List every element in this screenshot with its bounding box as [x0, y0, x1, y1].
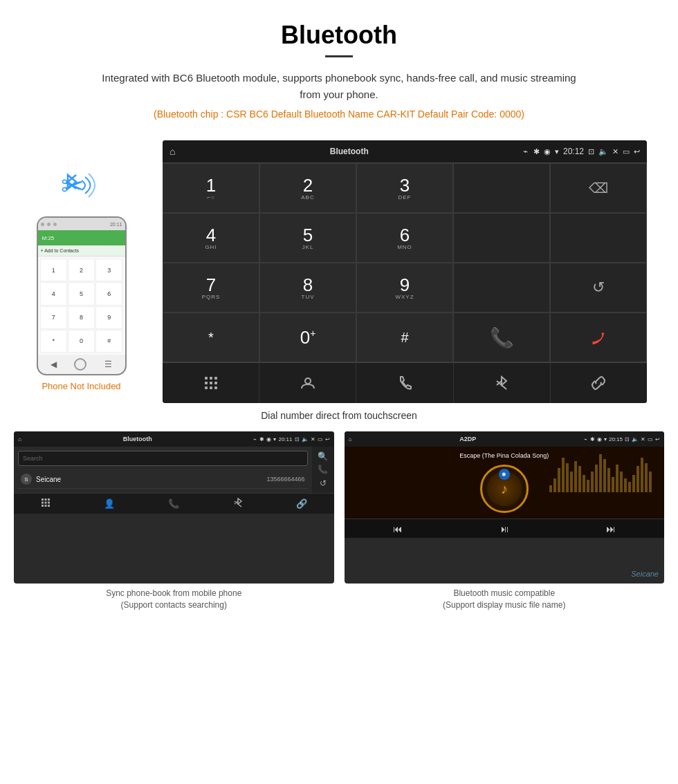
eq-bar — [599, 454, 602, 492]
phonebook-screen: ⌂ Bluetooth ⌁ ✱ ◉ ▾ 20:11 ⊡ 🔈 ✕ ▭ ↩ — [14, 431, 334, 584]
close-icon[interactable]: ✕ — [612, 147, 619, 156]
svg-rect-4 — [205, 382, 208, 384]
music-controls: ⏮ ⏯ ⏭ — [345, 519, 665, 538]
phone-key[interactable]: 9 — [95, 306, 122, 329]
music-location: ◉ — [597, 436, 602, 442]
mini-home-icon[interactable]: ⌂ — [18, 436, 21, 442]
toolbar-link[interactable] — [551, 363, 647, 403]
music-caption: Bluetooth music compatible (Support disp… — [345, 588, 665, 611]
phone-key[interactable]: 4 — [40, 282, 67, 305]
phonebook-caption-main: Sync phone-book from mobile phone — [106, 588, 241, 598]
music-camera[interactable]: ⊡ — [625, 436, 630, 442]
dial-key-9[interactable]: 9 WXYZ — [356, 263, 453, 312]
home-icon[interactable]: ⌂ — [170, 146, 175, 157]
phone-add-contact: + Add to Contacts — [38, 245, 125, 256]
dialpad-grid: 1 ⌐○ 2 ABC 3 DEF ⌫ 4 GHI — [163, 162, 647, 362]
eq-bar — [632, 475, 635, 492]
svg-rect-8 — [210, 386, 212, 389]
phone-key[interactable]: 1 — [40, 259, 67, 281]
screen-topbar: ⌂ Bluetooth ⌁ ✱ ◉ ▾ 20:12 ⊡ 🔈 ✕ ▭ ↩ — [163, 140, 647, 162]
mini-close[interactable]: ✕ — [311, 436, 315, 442]
dial-key-5[interactable]: 5 JKL — [259, 213, 356, 263]
volume-icon[interactable]: 🔈 — [598, 147, 608, 156]
dial-refresh[interactable]: ↺ — [550, 263, 647, 312]
search-side-icon[interactable]: 🔍 — [318, 451, 328, 461]
screen-title: Bluetooth — [181, 147, 517, 156]
contact-letter: S — [21, 474, 32, 485]
toolbar-bluetooth[interactable] — [454, 363, 551, 403]
title-divider — [325, 55, 353, 57]
eq-bar — [591, 472, 594, 492]
toolbar-dialpad[interactable] — [163, 363, 259, 403]
phone-green-bar: M:25 — [38, 230, 125, 245]
bt-wave-icon: ✂ — [54, 161, 109, 209]
prev-track-icon[interactable]: ⏮ — [393, 523, 403, 534]
phone-key[interactable]: 0 — [68, 330, 95, 353]
phone-key[interactable]: # — [95, 330, 122, 353]
mini-phone-icon[interactable]: 📞 — [168, 498, 179, 509]
eq-bar — [616, 465, 619, 492]
dial-key-3[interactable]: 3 DEF — [356, 163, 453, 213]
eq-bar — [641, 458, 643, 492]
search-box[interactable]: Search — [18, 451, 308, 466]
dial-key-1[interactable]: 1 ⌐○ — [163, 163, 259, 213]
dial-key-4[interactable]: 4 GHI — [163, 213, 259, 263]
mini-back[interactable]: ↩ — [325, 436, 330, 442]
window-icon[interactable]: ▭ — [623, 147, 630, 156]
phone-key[interactable]: 6 — [95, 282, 122, 305]
toolbar-phone[interactable] — [356, 363, 453, 403]
svg-rect-19 — [48, 505, 50, 507]
music-back[interactable]: ↩ — [655, 436, 660, 442]
contact-row[interactable]: S Seicane 13566664466 — [18, 470, 308, 489]
phone-carrier: 20:11 — [110, 222, 122, 227]
dial-key-0[interactable]: 0+ — [259, 312, 356, 362]
phone-screen: M:25 + Add to Contacts 1 2 3 4 5 6 7 8 9… — [38, 230, 125, 374]
phone-menu-icon[interactable]: ☰ — [104, 360, 112, 369]
contact-name: Seicane — [36, 476, 266, 483]
dial-hangup[interactable] — [550, 312, 647, 362]
refresh-side-icon[interactable]: ↺ — [320, 478, 327, 488]
mini-camera[interactable]: ⊡ — [295, 436, 300, 442]
dial-key-hash[interactable]: # — [356, 312, 453, 362]
dial-key-8[interactable]: 8 TUV — [259, 263, 356, 312]
mini-screen-title: Bluetooth — [24, 436, 251, 442]
screen-toolbar — [163, 362, 647, 403]
mini-person-icon[interactable]: 👤 — [104, 498, 115, 509]
toolbar-contacts[interactable] — [259, 363, 356, 403]
phone-key[interactable]: 5 — [68, 282, 95, 305]
mini-link-icon[interactable]: 🔗 — [296, 498, 307, 509]
phone-key[interactable]: 8 — [68, 306, 95, 329]
mini-win[interactable]: ▭ — [318, 436, 323, 442]
dial-key-7[interactable]: 7 PQRS — [163, 263, 259, 312]
music-home-icon[interactable]: ⌂ — [349, 436, 352, 442]
dial-call[interactable]: 📞 — [453, 312, 550, 362]
svg-rect-12 — [44, 498, 46, 501]
dial-backspace[interactable]: ⌫ — [550, 163, 647, 213]
music-bt-icon: ✱ — [590, 436, 595, 442]
dial-key-6[interactable]: 6 MNO — [356, 213, 453, 263]
camera-icon[interactable]: ⊡ — [588, 147, 594, 156]
phone-key[interactable]: 3 — [95, 259, 122, 281]
phone-back-icon[interactable]: ◀ — [51, 360, 57, 369]
svg-rect-18 — [44, 505, 46, 507]
mini-vol[interactable]: 🔈 — [302, 436, 309, 442]
call-side-icon[interactable]: 📞 — [318, 465, 328, 474]
phone-home-button[interactable] — [74, 358, 86, 371]
usb-icon: ⌁ — [523, 147, 528, 156]
wifi-icon: ▾ — [555, 147, 559, 156]
phone-not-included-label: Phone Not Included — [42, 381, 120, 391]
music-vol[interactable]: 🔈 — [632, 436, 639, 442]
mini-bluetooth-icon[interactable] — [233, 498, 243, 510]
dial-key-2[interactable]: 2 ABC — [259, 163, 356, 213]
phone-key[interactable]: 2 — [68, 259, 95, 281]
back-icon[interactable]: ↩ — [634, 147, 640, 156]
next-track-icon[interactable]: ⏭ — [606, 523, 616, 534]
mini-dialpad-icon[interactable] — [41, 498, 51, 510]
bt-status-icon: ✱ — [533, 147, 540, 156]
play-pause-icon[interactable]: ⏯ — [500, 523, 509, 534]
music-win[interactable]: ▭ — [648, 436, 653, 442]
phone-key[interactable]: * — [40, 330, 67, 353]
phone-key[interactable]: 7 — [40, 306, 67, 329]
dial-key-star[interactable]: * — [163, 312, 259, 362]
music-close[interactable]: ✕ — [641, 436, 645, 442]
